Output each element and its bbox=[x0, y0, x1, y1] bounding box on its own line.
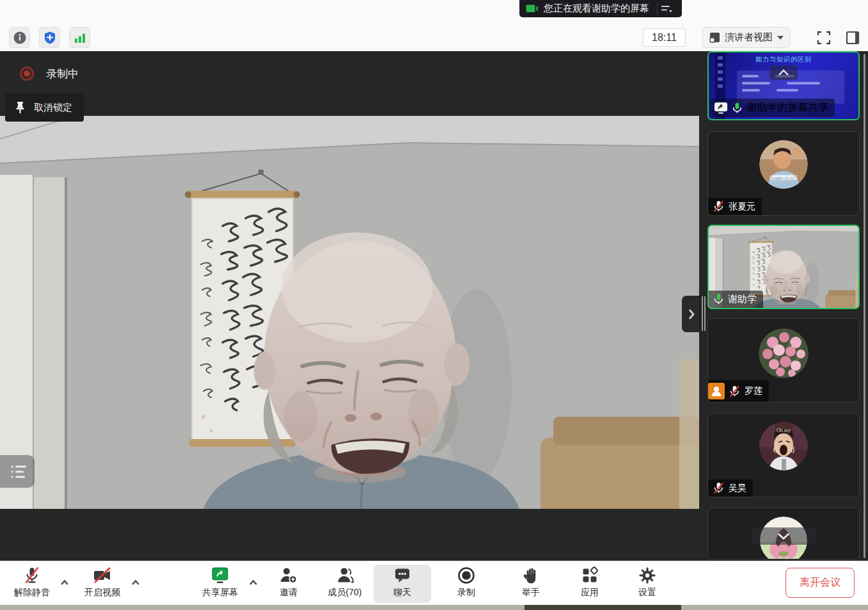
share-name: 谢助学的屏幕共享 bbox=[746, 101, 828, 115]
fullscreen-icon bbox=[816, 30, 832, 45]
settings-button[interactable]: 设置 bbox=[619, 565, 676, 603]
avatar bbox=[759, 328, 809, 378]
apps-button[interactable]: 应用 bbox=[561, 565, 619, 603]
avatar-caption-left: G bbox=[773, 445, 779, 454]
chat-button[interactable]: 聊天 bbox=[374, 565, 431, 603]
mic-muted-icon bbox=[729, 385, 740, 397]
tile-participant-partial[interactable] bbox=[707, 508, 860, 559]
invite-label: 邀请 bbox=[280, 587, 297, 598]
share-screen-button[interactable]: 共享屏幕 bbox=[191, 565, 249, 603]
record-label: 录制 bbox=[457, 587, 475, 598]
chevron-down-icon bbox=[777, 36, 784, 40]
participant-name-tag: 吴昊 bbox=[708, 479, 753, 497]
security-shield-icon bbox=[43, 31, 57, 45]
record-button[interactable]: 录制 bbox=[438, 565, 495, 603]
apps-label: 应用 bbox=[581, 587, 599, 598]
raise-hand-label: 举手 bbox=[522, 587, 540, 598]
side-panel-button[interactable] bbox=[842, 27, 863, 48]
guest-badge-icon bbox=[708, 383, 725, 399]
chevron-down-icon bbox=[777, 532, 791, 540]
raise-hand-icon bbox=[521, 566, 541, 585]
collapse-sidebar-button[interactable] bbox=[682, 296, 700, 332]
list-icon bbox=[10, 464, 27, 479]
scroll-up-button[interactable] bbox=[769, 65, 798, 80]
recording-dot-icon bbox=[19, 66, 35, 81]
tile-participant[interactable]: 罗莲 bbox=[707, 318, 860, 403]
record-icon bbox=[457, 566, 476, 585]
screen-audio-icon bbox=[526, 4, 539, 14]
participant-name: 罗莲 bbox=[745, 385, 762, 397]
sidebar-scrollbar[interactable] bbox=[864, 54, 865, 558]
participants-button[interactable]: 成员(70) bbox=[316, 565, 374, 603]
tile-active-speaker[interactable]: 谢助学 bbox=[707, 225, 860, 309]
mic-muted-icon bbox=[713, 482, 724, 494]
participant-name: 谢助学 bbox=[728, 293, 757, 305]
scroll-down-button[interactable] bbox=[751, 527, 816, 545]
chevron-up-icon bbox=[778, 69, 789, 76]
signal-bars-icon bbox=[73, 31, 87, 45]
banner-menu-button[interactable] bbox=[657, 3, 677, 15]
tile-participant[interactable]: Oh my G d 吴昊 bbox=[707, 413, 860, 497]
share-screen-icon bbox=[210, 566, 230, 585]
apps-icon bbox=[580, 566, 599, 585]
leave-meeting-label: 离开会议 bbox=[800, 576, 840, 590]
view-mode-button[interactable]: 演讲者视图 bbox=[702, 27, 791, 48]
leave-meeting-button[interactable]: 离开会议 bbox=[785, 568, 855, 598]
banner-label: 您正在观看谢助学的屏幕 bbox=[544, 3, 649, 15]
participant-name: 吴昊 bbox=[729, 483, 746, 494]
screen-share-icon bbox=[714, 102, 728, 114]
tile-participant[interactable]: 自己真棒棒 张夏元 bbox=[707, 131, 860, 216]
participants-icon bbox=[335, 566, 354, 585]
network-stats-button[interactable] bbox=[69, 27, 90, 48]
avatar: Oh my G d bbox=[759, 422, 808, 470]
mic-on-icon bbox=[714, 293, 723, 305]
info-icon bbox=[13, 31, 27, 45]
participants-label: 成员(70) bbox=[328, 587, 362, 598]
mic-muted-icon bbox=[22, 566, 42, 585]
fullscreen-button[interactable] bbox=[813, 27, 834, 48]
chat-icon bbox=[393, 566, 412, 585]
meeting-toolbar: 解除静音 开启视频 共享屏幕 邀请 成员(70) 聊天 bbox=[0, 561, 868, 605]
avatar-caption: 自己真棒棒 bbox=[769, 175, 798, 181]
invite-icon bbox=[279, 566, 298, 585]
clock-text: 18:11 bbox=[652, 32, 677, 44]
participant-name-tag: 罗莲 bbox=[708, 380, 769, 402]
mic-options-chevron[interactable] bbox=[59, 578, 70, 587]
pin-icon bbox=[14, 101, 26, 114]
taskbar-edge-segment bbox=[525, 605, 681, 610]
participant-name-tag: 张夏元 bbox=[708, 198, 762, 215]
share-options-chevron[interactable] bbox=[248, 578, 259, 587]
taskbar-edge bbox=[0, 605, 868, 610]
video-options-chevron[interactable] bbox=[130, 578, 141, 587]
tile-screen-share[interactable]: 能力与知识的区别 谢助学的屏幕共享 bbox=[707, 51, 860, 120]
side-panel-icon bbox=[845, 30, 860, 45]
settings-gear-icon bbox=[638, 566, 657, 585]
invite-button[interactable]: 邀请 bbox=[260, 565, 317, 603]
meeting-info-button[interactable] bbox=[9, 27, 30, 48]
share-screen-label: 共享屏幕 bbox=[202, 587, 238, 598]
security-button[interactable] bbox=[39, 27, 60, 48]
settings-label: 设置 bbox=[638, 587, 656, 598]
clock: 18:11 bbox=[643, 28, 686, 47]
recording-indicator: 录制中 bbox=[19, 66, 79, 81]
avatar-caption-top: Oh my bbox=[777, 428, 791, 433]
speaker-view-icon bbox=[709, 32, 720, 43]
viewing-screen-banner: 您正在观看谢助学的屏幕 bbox=[519, 0, 682, 17]
unmute-label: 解除静音 bbox=[14, 587, 50, 598]
unmute-button[interactable]: 解除静音 bbox=[3, 565, 61, 603]
slide-title: 能力与知识的区别 bbox=[709, 55, 858, 64]
main-video bbox=[0, 116, 699, 509]
raise-hand-button[interactable]: 举手 bbox=[502, 565, 560, 603]
start-video-button[interactable]: 开启视频 bbox=[74, 565, 131, 603]
share-name-tag: 谢助学的屏幕共享 bbox=[710, 99, 835, 117]
top-bar: 18:11 演讲者视图 bbox=[0, 0, 868, 51]
mic-muted-icon bbox=[713, 200, 724, 213]
chat-label: 聊天 bbox=[393, 587, 411, 598]
participant-name: 张夏元 bbox=[729, 201, 755, 213]
chevron-right-icon bbox=[688, 308, 695, 321]
view-mode-label: 演讲者视图 bbox=[725, 31, 773, 44]
annotation-menu-button[interactable] bbox=[0, 455, 35, 488]
unpin-button[interactable]: 取消锁定 bbox=[5, 93, 84, 122]
chevron-up-icon bbox=[130, 579, 141, 586]
sidebar-resize-grip[interactable] bbox=[702, 296, 706, 331]
